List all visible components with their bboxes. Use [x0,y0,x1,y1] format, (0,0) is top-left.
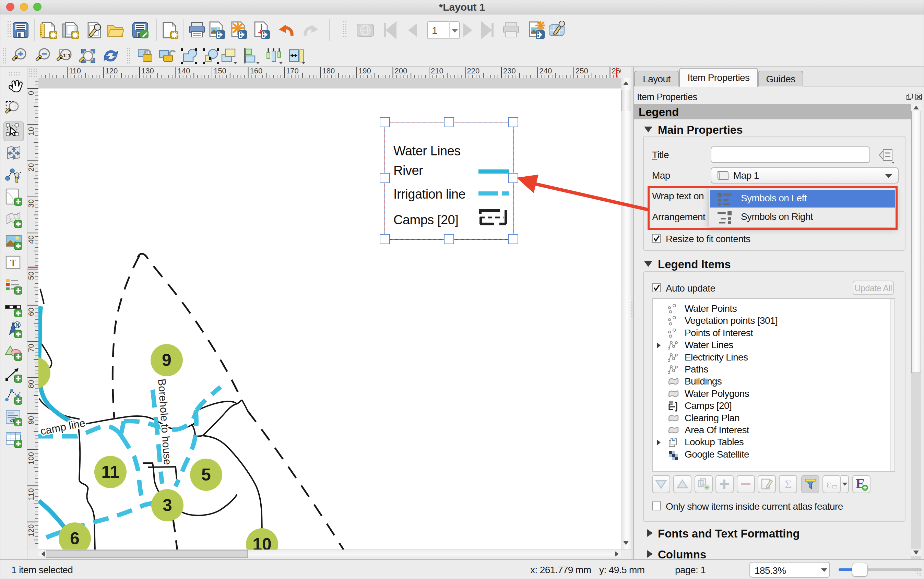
svg-text:10: 10 [28,127,35,135]
svg-text:80: 80 [28,380,35,388]
svg-text:180: 180 [322,67,335,75]
svg-text:90: 90 [28,416,35,424]
svg-text:0: 0 [28,91,35,95]
svg-text:Σ: Σ [785,478,792,491]
svg-text:T: T [10,257,16,268]
svg-text:140: 140 [178,67,190,75]
svg-text:30: 30 [28,199,35,208]
svg-text:150: 150 [214,67,226,75]
svg-text:20: 20 [28,163,35,172]
svg-text:120: 120 [105,67,118,75]
svg-text:230: 230 [503,67,516,75]
svg-text:220: 220 [467,67,480,75]
svg-text:100: 100 [28,452,35,465]
svg-text:1:1: 1:1 [63,52,71,58]
svg-text:120: 120 [28,525,35,537]
svg-text:250: 250 [576,67,588,75]
svg-text:210: 210 [431,67,443,75]
svg-text:60: 60 [28,307,35,316]
svg-text:5: 5 [201,465,211,484]
svg-text:10: 10 [252,535,271,550]
svg-text:50: 50 [28,272,35,280]
svg-text:6: 6 [70,529,80,548]
svg-text:200: 200 [395,67,407,75]
svg-text:9: 9 [162,350,172,370]
svg-text:110: 110 [28,488,35,500]
svg-text:240: 240 [540,67,552,75]
svg-text:70: 70 [28,344,35,352]
svg-text:ε: ε [827,478,831,489]
svg-text:110: 110 [69,67,81,75]
svg-text:40: 40 [28,235,35,244]
svg-text:160: 160 [250,67,263,75]
svg-text:130: 130 [141,67,154,75]
svg-text:3: 3 [163,496,172,515]
svg-text:170: 170 [286,67,299,75]
svg-text:N: N [15,322,20,328]
svg-text:190: 190 [358,67,371,75]
svg-text:11: 11 [101,462,120,482]
